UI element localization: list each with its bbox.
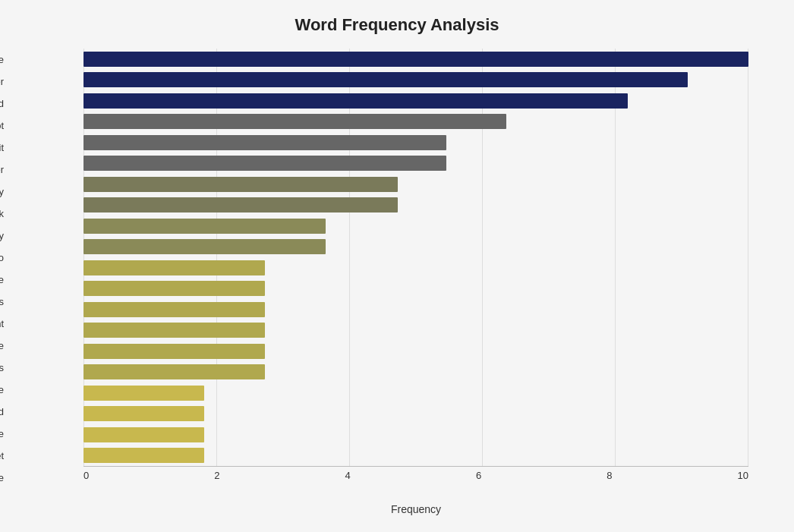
bar-authority [83, 177, 398, 192]
y-label-article: article [0, 336, 4, 356]
bar-submit [83, 135, 446, 150]
y-label-shoot: shoot [0, 116, 4, 136]
y-label-reader: reader [0, 160, 4, 180]
y-label-download: download [0, 402, 4, 422]
bar-row-free [83, 447, 748, 464]
x-tick-8: 8 [607, 470, 612, 481]
bar-row-submissions [83, 343, 748, 360]
bars-and-grid: Frequency 0246810 [83, 49, 748, 489]
bar-reader [83, 156, 446, 171]
y-label-create: create [0, 380, 4, 400]
chart-area: imagewallpaperandroidshootsubmitreaderau… [83, 49, 748, 489]
bar-row-photo [83, 238, 748, 255]
bar-wallpaper [83, 72, 688, 87]
y-label-submissions: submissions [0, 358, 4, 378]
bar-row-submit [83, 134, 748, 151]
bar-create [83, 364, 265, 379]
bar-wednesday [83, 219, 326, 234]
y-label-wallpaper: wallpaper [0, 72, 4, 92]
bar-row-android [83, 93, 748, 109]
x-axis-label: Frequency [391, 503, 441, 515]
bar-row-shoot [83, 113, 748, 130]
y-label-tablet: tablet [0, 446, 4, 466]
bar-row-download [83, 385, 748, 401]
x-tick-0: 0 [83, 470, 89, 481]
bar-android [83, 93, 628, 109]
x-tick-6: 6 [476, 470, 481, 481]
bar-row-authority [83, 176, 748, 193]
y-label-free: free [0, 468, 4, 488]
y-label-want: want [0, 314, 4, 334]
bar-row-readers [83, 280, 748, 297]
y-label-link: link [0, 204, 4, 224]
bar-free [83, 448, 204, 463]
bar-row-wallpaper [83, 71, 748, 88]
bar-come [83, 260, 265, 275]
bar-row-tablet [83, 427, 748, 443]
bar-row-link [83, 197, 748, 213]
x-tick-4: 4 [345, 470, 351, 481]
chart-title: Word Frequency Analysis [46, 15, 748, 35]
bars-wrapper [83, 49, 748, 466]
bar-phone [83, 406, 204, 421]
y-label-authority: authority [0, 182, 4, 202]
bar-row-come [83, 260, 748, 276]
bar-link [83, 197, 398, 212]
bar-row-wednesday [83, 218, 748, 235]
y-label-come: come [0, 270, 4, 290]
bar-readers [83, 281, 265, 296]
bar-shoot [83, 114, 506, 129]
y-label-submit: submit [0, 138, 4, 158]
bar-row-phone [83, 405, 748, 422]
x-tick-2: 2 [214, 470, 219, 481]
y-label-photo: photo [0, 248, 4, 268]
bar-image [83, 52, 748, 67]
x-tick-10: 10 [737, 470, 748, 481]
y-label-phone: phone [0, 424, 4, 444]
bar-row-create [83, 364, 748, 380]
bar-submissions [83, 344, 265, 359]
x-axis: Frequency 0246810 [83, 466, 748, 489]
bar-want [83, 302, 265, 317]
y-label-readers: readers [0, 292, 4, 312]
chart-container: Word Frequency Analysis imagewallpaperan… [0, 0, 794, 532]
bar-tablet [83, 427, 204, 442]
bar-article [83, 323, 265, 338]
y-label-wednesday: wednesday [0, 226, 4, 246]
bar-row-article [83, 322, 748, 338]
bar-download [83, 386, 204, 401]
bar-row-want [83, 301, 748, 318]
bar-photo [83, 239, 326, 254]
bar-row-image [83, 51, 748, 68]
y-label-image: image [0, 50, 4, 70]
bar-row-reader [83, 155, 748, 172]
y-label-android: android [0, 94, 4, 114]
